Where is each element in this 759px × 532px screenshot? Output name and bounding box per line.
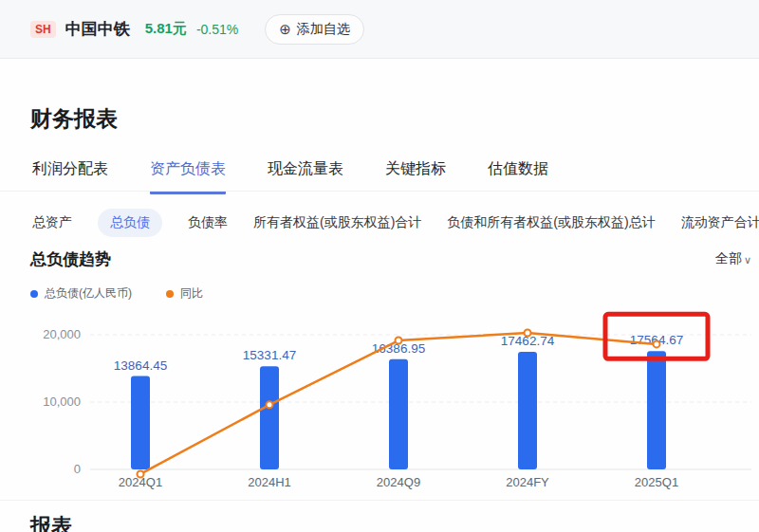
bottom-section-title: 报表 (30, 512, 72, 532)
subtab-2[interactable]: 总负债 (98, 209, 162, 237)
stock-name: 中国中铁 (65, 18, 130, 40)
tabs-divider (0, 191, 759, 192)
stock-change: -0.51% (196, 22, 238, 37)
exchange-badge: SH (30, 21, 56, 38)
tab-4[interactable]: 关键指标 (385, 159, 446, 194)
report-tabs: 利润分配表资产负债表现金流量表关键指标估值数据 (32, 159, 548, 194)
tab-3[interactable]: 现金流量表 (268, 159, 343, 194)
bar-value-label: 15331.47 (243, 348, 296, 362)
bar[interactable] (518, 352, 537, 469)
bar[interactable] (389, 359, 408, 469)
x-tick-label: 2024Q1 (119, 475, 162, 489)
x-tick-label: 2024Q9 (377, 475, 420, 489)
y-tick-label: 0 (74, 462, 81, 476)
page: SH 中国中铁 5.81元 -0.51% ⊕ 添加自选 财务报表 利润分配表资产… (0, 0, 759, 532)
legend-item-2[interactable]: 同比 (166, 285, 203, 302)
metric-subtabs: 总资产总负债负债率所有者权益(或股东权益)合计负债和所有者权益(或股东权益)总计… (32, 209, 759, 237)
bar-value-label: 13864.45 (114, 358, 167, 373)
stock-header-bar: SH 中国中铁 5.81元 -0.51% ⊕ 添加自选 (0, 0, 759, 59)
chevron-down-icon: ∨ (744, 254, 751, 266)
bar[interactable] (647, 351, 666, 469)
tab-5[interactable]: 估值数据 (488, 159, 548, 194)
subtab-4[interactable]: 所有者权益(或股东权益)合计 (253, 209, 421, 237)
stock-price: 5.81元 (145, 20, 187, 38)
yoy-marker[interactable] (525, 330, 531, 337)
yoy-marker[interactable] (396, 338, 402, 344)
legend-item-1[interactable]: 总负债(亿人民币) (30, 285, 132, 302)
subtab-3[interactable]: 负债率 (188, 209, 228, 237)
page-title: 财务报表 (30, 104, 118, 134)
range-select-dropdown[interactable]: 全部 ∨ (715, 250, 751, 267)
chart-legend: 总负债(亿人民币)同比 (30, 285, 203, 302)
yoy-marker[interactable] (267, 401, 273, 408)
tab-2[interactable]: 资产负债表 (150, 159, 226, 194)
range-select-label: 全部 (715, 250, 742, 267)
y-tick-label: 20,000 (43, 327, 81, 341)
legend-dot-icon (166, 290, 174, 298)
subtab-6[interactable]: 流动资产合计 (681, 209, 759, 237)
x-tick-label: 2024H1 (248, 475, 291, 489)
chart-area: 010,00020,00013864.4515331.4716386.95174… (0, 308, 759, 498)
legend-label: 总负债(亿人民币) (45, 285, 132, 302)
x-tick-label: 2024FY (506, 475, 549, 489)
subtab-5[interactable]: 负债和所有者权益(或股东权益)总计 (447, 209, 655, 237)
bar[interactable] (131, 376, 150, 469)
trend-chart: 010,00020,00013864.4515331.4716386.95174… (0, 308, 759, 498)
x-tick-label: 2025Q1 (635, 475, 678, 489)
subtab-1[interactable]: 总资产 (32, 209, 72, 237)
add-watchlist-label: 添加自选 (297, 21, 350, 38)
chart-title: 总负债趋势 (30, 248, 111, 270)
add-watchlist-button[interactable]: ⊕ 添加自选 (265, 14, 364, 45)
legend-label: 同比 (180, 285, 203, 302)
tab-1[interactable]: 利润分配表 (32, 159, 108, 194)
section-divider (0, 500, 759, 501)
yoy-marker[interactable] (654, 340, 660, 347)
plus-circle-icon: ⊕ (279, 22, 291, 36)
legend-dot-icon (30, 290, 38, 298)
bar[interactable] (260, 366, 279, 469)
y-tick-label: 10,000 (43, 394, 81, 409)
